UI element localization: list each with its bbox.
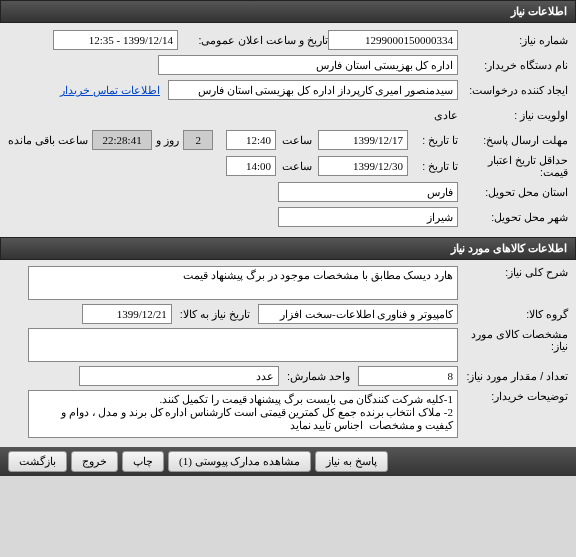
delivery-city-input[interactable] — [278, 207, 458, 227]
respond-button[interactable]: پاسخ به نیاز — [315, 451, 388, 472]
back-button[interactable]: بازگشت — [8, 451, 67, 472]
delivery-province-label: استان محل تحویل: — [458, 186, 568, 198]
need-number-input[interactable] — [328, 30, 458, 50]
need-info-header: اطلاعات نیاز — [0, 0, 576, 23]
public-announce-input[interactable] — [53, 30, 178, 50]
view-attachments-button[interactable]: مشاهده مدارک پیوستی (1) — [168, 451, 311, 472]
exit-button[interactable]: خروج — [71, 451, 118, 472]
quantity-label: تعداد / مقدار مورد نیاز: — [458, 370, 568, 382]
goods-group-label: گروه کالا: — [458, 308, 568, 320]
remaining-label: ساعت باقی مانده — [8, 134, 92, 147]
goods-spec-textarea[interactable] — [28, 328, 458, 362]
response-deadline-label: مهلت ارسال پاسخ: — [458, 134, 568, 146]
button-bar: پاسخ به نیاز مشاهده مدارک پیوستی (1) چاپ… — [0, 447, 576, 476]
validity-date-input[interactable] — [318, 156, 408, 176]
goods-info-form: شرح کلی نیاز: گروه کالا: تاریخ نیاز به ک… — [0, 260, 576, 447]
unit-input[interactable] — [79, 366, 279, 386]
goods-group-input[interactable] — [258, 304, 458, 324]
days-label: روز و — [152, 134, 183, 147]
general-desc-label: شرح کلی نیاز: — [458, 266, 568, 278]
buyer-org-input[interactable] — [158, 55, 458, 75]
public-announce-label: تاریخ و ساعت اعلان عمومی: — [178, 34, 328, 46]
to-date-label: تا تاریخ : — [408, 134, 458, 146]
need-number-label: شماره نیاز: — [458, 34, 568, 46]
countdown-input — [92, 130, 152, 150]
general-desc-textarea[interactable] — [28, 266, 458, 300]
days-count-input — [183, 130, 213, 150]
need-date-input[interactable] — [82, 304, 172, 324]
buyer-notes-label: توضیحات خریدار: — [458, 390, 568, 402]
print-button[interactable]: چاپ — [122, 451, 164, 472]
buyer-notes-textarea[interactable] — [28, 390, 458, 438]
priority-value: عادی — [434, 109, 458, 122]
buyer-contact-link[interactable]: اطلاعات تماس خریدار — [60, 84, 160, 96]
buyer-org-label: نام دستگاه خریدار: — [458, 59, 568, 71]
goods-info-header: اطلاعات کالاهای مورد نیاز — [0, 237, 576, 260]
time-label-1: ساعت — [276, 134, 318, 147]
requester-input[interactable] — [168, 80, 458, 100]
need-info-form: شماره نیاز: تاریخ و ساعت اعلان عمومی: نا… — [0, 23, 576, 237]
deadline-date-input[interactable] — [318, 130, 408, 150]
time-label-2: ساعت — [276, 160, 318, 173]
quantity-input[interactable] — [358, 366, 458, 386]
need-date-label: تاریخ نیاز به کالا: — [172, 308, 258, 321]
deadline-time-input[interactable] — [226, 130, 276, 150]
requester-label: ایجاد کننده درخواست: — [458, 84, 568, 96]
priority-label: اولویت نیاز : — [458, 109, 568, 121]
delivery-province-input[interactable] — [278, 182, 458, 202]
validity-time-input[interactable] — [226, 156, 276, 176]
min-validity-label: حداقل تاریخ اعتبار قیمت: — [458, 154, 568, 178]
goods-spec-label: مشخصات کالای مورد نیاز: — [458, 328, 568, 352]
delivery-city-label: شهر محل تحویل: — [458, 211, 568, 223]
to-date-label-2: تا تاریخ : — [408, 160, 458, 172]
unit-label: واحد شمارش: — [279, 370, 358, 383]
